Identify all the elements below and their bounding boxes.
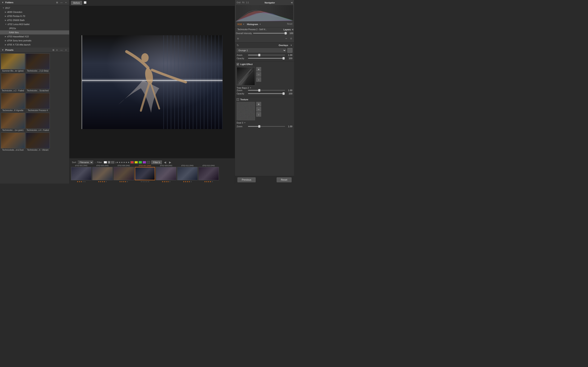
grid-view-icon[interactable]: ⊞ (52, 48, 55, 52)
film-item-003[interactable]: d702-003.DNG ★ ★ ★ ★ ★ (92, 165, 113, 183)
folders-minus-btn[interactable]: — (60, 1, 63, 4)
film-thumb-003 (92, 167, 113, 180)
split-handle[interactable] (82, 35, 82, 129)
nav-grid[interactable]: Grid (237, 1, 241, 4)
tree-item-d701[interactable]: ▶ d701 D5600 Bath (0, 18, 69, 22)
preset-technicolor-dust[interactable]: Technicolode...d & Dust (1, 133, 25, 151)
film-item-007[interactable]: d702-007.DNG ★ ★ ★ ★ ★ (135, 165, 155, 183)
filter-green[interactable] (139, 161, 142, 164)
preset-technicolor-vignette[interactable]: Technicolor...ft Vignette (1, 93, 25, 112)
nav-fit[interactable]: Fit (242, 1, 244, 4)
rgb-text[interactable]: RGB (237, 23, 242, 25)
presets-plus-btn[interactable]: + (64, 48, 68, 52)
preset-technicolor-4faded[interactable]: Technicolor...s 4 - Faded (26, 113, 50, 132)
preset-technicolor-faded[interactable]: Technicolor...s 2 - Faded (1, 73, 25, 92)
navigator-header: Grid Fit 1:1 Navigator ◀ (236, 1, 293, 4)
preset-technicolor-process4[interactable]: Technicolor Process 4 (26, 93, 50, 112)
filter-label: Filter: (97, 161, 103, 164)
light-zoom-slider[interactable] (248, 90, 285, 91)
tree-item-d702[interactable]: ▼ d702 Leica M10 ballet (0, 22, 69, 26)
presets-collapse-arrow[interactable]: ▼ (2, 49, 4, 51)
star-4: ★ (210, 181, 211, 183)
overlays-dropdown-icon[interactable]: ▼ (290, 44, 292, 47)
texture-zoom-slider[interactable] (248, 126, 285, 127)
film-item-011[interactable]: d702-011.DNG ★ ★ ★ ★ ★ (177, 165, 198, 183)
zoom-label: Zoom (237, 54, 247, 56)
tree-item-raw[interactable]: RAW files (0, 30, 69, 34)
opacity-slider[interactable] (248, 58, 285, 59)
tree-item-d704[interactable]: ▶ d704 Sony lens portraits (0, 39, 69, 43)
preset-technicolor-vibrant[interactable]: Technicolor...4 - Vibrant (26, 133, 50, 151)
folders-collapse-arrow[interactable]: ▼ (2, 1, 4, 4)
light-flip-v-btn[interactable]: ↕ (256, 77, 261, 82)
reset-button[interactable]: Reset (277, 177, 292, 182)
film-item-009[interactable]: d702-009.DNG ★ ★ ★ ★ ★ (156, 165, 176, 183)
filter-yellow[interactable] (135, 161, 138, 164)
presets-minus-btn[interactable]: — (60, 48, 63, 52)
tree-item-d705[interactable]: ▶ d705 X-T20 Alfa launch (0, 43, 69, 47)
filter-red[interactable] (130, 161, 134, 164)
previous-button[interactable]: Previous (237, 177, 256, 182)
light-close-btn[interactable]: ✕ (256, 67, 261, 72)
sort-select[interactable]: Filename Date Rating (78, 160, 93, 164)
star-filter-6[interactable]: ★ (128, 161, 130, 164)
list-view-icon[interactable]: ≡ (55, 48, 59, 52)
tree-item-jpegs[interactable]: JPEGs (0, 26, 69, 30)
filter-white[interactable] (104, 161, 107, 164)
preset-technicolor-scratched[interactable]: Technicolor... Scratched (26, 73, 50, 92)
tree-item-d699[interactable]: ▶ d699 Clevedon (0, 10, 69, 14)
pencil-icon[interactable]: ✏ (284, 36, 288, 41)
star-filter-1[interactable]: ≥★ (115, 161, 118, 164)
filmstrip-next-arrow[interactable]: ▶ (168, 161, 172, 164)
overlays-refresh-icon[interactable]: ↻ (237, 44, 239, 47)
film-item-005[interactable]: d702-005.DNG ★ ★ ★ ★ ★ (113, 165, 134, 183)
filter-square-icon[interactable] (111, 161, 114, 164)
intensity-row: Overall Intensity 100 (236, 32, 293, 34)
folders-plus-btn[interactable]: + (64, 1, 68, 4)
layers-collapse-icon[interactable]: ◀ (292, 28, 293, 31)
light-name-dropdown-icon[interactable]: ▼ (250, 87, 251, 89)
preset-label-process4: Technicolor Process 4 (26, 109, 50, 112)
preset-technicolor-nograin[interactable]: Technicolor... (no grain) (1, 113, 25, 132)
star-filter-5[interactable]: ★ (125, 161, 127, 164)
filter-x-icon[interactable]: ✕ (108, 161, 110, 164)
sort-direction-icon[interactable]: ↕ (95, 161, 96, 164)
tree-item-d703[interactable]: ▶ d703 Hasselblad X1D (0, 34, 69, 39)
film-stars-011: ★ ★ ★ ★ ★ (183, 181, 192, 183)
intensity-slider[interactable] (253, 33, 287, 34)
crop-icon[interactable]: ⊞ (236, 36, 240, 41)
light-opacity-slider[interactable] (248, 93, 285, 94)
histogram-reset[interactable]: Reset (287, 23, 292, 25)
overlay-preview-btn[interactable] (287, 48, 292, 53)
view-toggle-icon[interactable]: ⬜ (84, 1, 87, 4)
filter-purple[interactable] (143, 161, 146, 164)
texture-name-dropdown-icon[interactable]: ▼ (244, 122, 246, 124)
preset-technicolor-2strip[interactable]: Technicolor... 2 (2-Strip) (26, 53, 50, 72)
filter-dark-gray[interactable] (147, 161, 150, 164)
adjust-icon[interactable]: ⚙ (289, 36, 293, 41)
grunge-select[interactable]: Grunge 1 (237, 48, 286, 52)
texture-checkbox[interactable] (237, 98, 239, 101)
texture-flip-h-btn[interactable]: ↔ (256, 107, 261, 111)
filter-by-button[interactable]: Filter b (151, 160, 162, 164)
film-item-001[interactable]: d702-001.DNG ★ ★ ★ ★ ★ (71, 165, 91, 183)
folders-icon-btn[interactable]: ⊞ (55, 1, 59, 4)
zoom-slider[interactable] (248, 55, 285, 55)
light-effect-checkbox[interactable] (237, 63, 239, 66)
nav-ratio[interactable]: 1:1 (246, 1, 249, 4)
tree-item-d700[interactable]: ▶ d700 Pentax K-70 (0, 14, 69, 18)
film-item-013[interactable]: d702-013.DNG ★ ★ ★ ★ ★ (199, 165, 219, 183)
histogram-dropdown-icon[interactable]: ▼ (259, 23, 261, 25)
texture-close-btn[interactable]: ✕ (256, 102, 261, 106)
star-filter-2[interactable]: ★ (119, 161, 121, 164)
tree-item-2017[interactable]: ▼ 2017 (0, 6, 69, 10)
star-filter-4[interactable]: ★ (123, 161, 125, 164)
texture-flip-v-btn[interactable]: ↕ (256, 112, 261, 117)
preset-summer-glow[interactable]: Summer Blo...ter (glow) (1, 53, 25, 72)
before-button[interactable]: Before (71, 1, 82, 5)
navigator-collapse-icon[interactable]: ◀ (291, 1, 292, 4)
light-flip-h-btn[interactable]: ↔ (256, 72, 261, 77)
star-filter-3[interactable]: ★ (121, 161, 123, 164)
rgb-dropdown-icon[interactable]: ▼ (243, 23, 245, 25)
filmstrip-prev-arrow[interactable]: ◀ (163, 161, 167, 164)
